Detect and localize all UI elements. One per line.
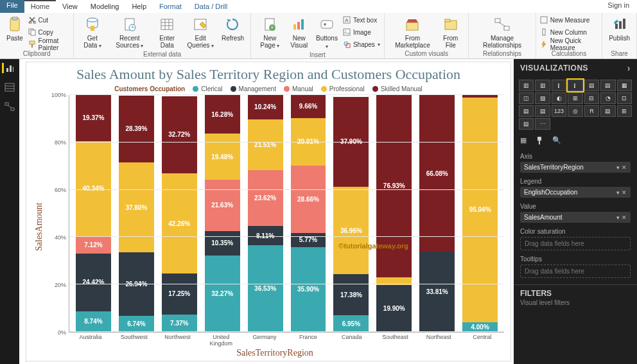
report-canvas[interactable]: Sales Amount by Sales Territory Region a… [19,59,514,364]
legend-field-pill[interactable]: EnglishOccupation▾ ✕ [520,187,631,198]
new-measure-button[interactable]: New Measure [540,14,598,26]
bar-southeast[interactable]: 19.90%76.93% [376,95,412,332]
cut-button[interactable]: Cut [28,14,70,26]
model-view-icon[interactable] [4,101,15,112]
text-box-button[interactable]: AText box [343,14,380,26]
bar-central[interactable]: 4.00%95.04% [462,95,498,332]
svg-rect-53 [539,141,540,144]
watermark: ©tutorialgateway.org [338,242,408,250]
menubar: File Home View Modeling Help Format Data… [0,0,637,13]
bar-france[interactable]: 35.90%5.77%28.66%20.01%9.66% [291,95,326,332]
color-saturation-drop[interactable]: Drag data fields here [520,237,631,250]
color-saturation-label: Color saturation [520,228,631,235]
paste-button[interactable]: Paste [4,14,26,43]
viz-type-6[interactable]: ▦ [617,80,632,91]
viz-type-4[interactable]: ▤ [584,80,599,91]
report-view-icon[interactable] [2,63,13,73]
viz-type-22[interactable]: ⋯ [535,118,550,130]
menu-datadrill[interactable]: Data / Drill [188,0,234,13]
legend-well-label: Legend [520,178,631,185]
format-tab-icon[interactable] [536,136,543,146]
new-visual-button[interactable]: New Visual [284,14,313,50]
fields-tab-icon[interactable]: ▦ [520,136,527,146]
ribbon: Paste Cut Copy Format Painter Clipboard … [0,13,637,59]
get-data-button[interactable]: Get Data [78,14,107,51]
svg-point-8 [87,18,98,22]
y-axis-label: SalesAmount [33,95,46,358]
svg-rect-28 [344,29,350,35]
analytics-tab-icon[interactable]: 🔍 [552,136,561,146]
edit-queries-button[interactable]: Edit Queries [182,14,219,51]
viz-type-19[interactable]: ▤ [600,105,615,117]
viz-type-2[interactable]: ⫿ [552,80,566,91]
from-file-button[interactable]: From File [437,14,464,50]
svg-rect-6 [30,41,35,44]
copy-button[interactable]: Copy [28,26,70,38]
refresh-button[interactable]: Refresh [219,14,247,43]
buttons-button[interactable]: Buttons [313,14,340,51]
filters-title: FILTERS [514,284,637,299]
viz-type-13[interactable]: ⊡ [617,92,632,104]
svg-rect-41 [619,21,622,29]
viz-type-18[interactable]: R [584,105,599,117]
menu-home[interactable]: Home [24,0,56,13]
axis-field-pill[interactable]: SalesTerritoryRegion▾ ✕ [520,162,631,173]
menu-modeling[interactable]: Modeling [84,0,126,13]
viz-type-11[interactable]: ⊟ [584,92,599,104]
visualization-picker[interactable]: ▥▥⫿⫿▤▤▦◫▧◐⊞⊟◔⊡▤▤123◎R▤⊞▤⋯ [514,77,637,132]
enter-data-button[interactable]: Enter Data [152,14,182,50]
viz-type-7[interactable]: ◫ [519,92,534,104]
from-marketplace-button[interactable]: From Marketplace [388,14,437,50]
menu-view[interactable]: View [56,0,84,13]
value-field-pill[interactable]: SalesAmount▾ ✕ [520,212,631,223]
viz-type-17[interactable]: ◎ [568,105,582,117]
collapse-panel-icon[interactable]: › [627,63,631,73]
recent-sources-button[interactable]: Recent Sources [107,14,152,51]
viz-type-0[interactable]: ▥ [519,80,534,91]
chart-visual[interactable]: Sales Amount by Sales Territory Region a… [26,62,511,361]
bar-germany[interactable]: 36.53%8.11%23.62%21.51%10.24% [248,95,283,332]
menu-help[interactable]: Help [125,0,153,13]
image-button[interactable]: Image [343,26,380,38]
viz-type-10[interactable]: ⊞ [568,92,582,104]
viz-type-8[interactable]: ▧ [535,92,550,104]
publish-button[interactable]: Publish [606,14,633,43]
group-clipboard: Clipboard [4,50,69,58]
bar-southwest[interactable]: 6.74%26.94%37.80%28.39% [119,95,154,332]
bar-australia[interactable]: 8.74%24.42%7.12%40.34%19.37% [76,95,111,332]
viz-type-1[interactable]: ▥ [535,80,550,91]
bar-northeast[interactable]: 33.81%66.08% [419,95,455,332]
bar-united-kingdom[interactable]: 32.27%10.35%21.63%19.48%16.28% [205,95,240,332]
menu-format[interactable]: Format [153,0,188,13]
bar-northwest[interactable]: 7.37%17.25%42.26%32.72% [162,95,197,332]
format-painter-button[interactable]: Format Painter [28,39,70,50]
viz-type-20[interactable]: ⊞ [617,105,632,117]
y-axis-ticks: 0%20%40%60%80%100% [46,95,69,333]
svg-rect-21 [293,24,296,30]
viz-type-3[interactable]: ⫿ [568,80,582,91]
svg-rect-40 [615,24,618,29]
manage-relationships-button[interactable]: Manage Relationships [473,14,531,50]
sign-in-link[interactable]: Sign in [600,0,637,13]
viz-type-14[interactable]: ▤ [519,105,534,117]
svg-text:+: + [271,24,274,31]
bar-canada[interactable]: 6.95%17.38%36.96%37.90% [333,95,369,332]
new-page-button[interactable]: +New Page [255,14,284,51]
tooltips-drop[interactable]: Drag data fields here [520,264,631,278]
menu-file[interactable]: File [0,0,24,13]
viz-type-16[interactable]: 123 [552,105,566,117]
viz-type-9[interactable]: ◐ [552,92,566,104]
svg-rect-1 [12,17,17,20]
shapes-button[interactable]: Shapes [343,39,380,50]
svg-rect-32 [406,22,418,30]
new-quick-measure-button[interactable]: New Quick Measure [540,39,598,50]
svg-rect-36 [504,26,509,30]
new-column-button[interactable]: New Column [540,26,598,38]
viz-type-5[interactable]: ▤ [600,80,615,91]
data-view-icon[interactable] [4,82,15,92]
svg-rect-23 [301,19,304,30]
viz-type-15[interactable]: ▤ [535,105,550,117]
viz-type-21[interactable]: ▤ [519,118,534,130]
viz-type-12[interactable]: ◔ [600,92,615,104]
svg-rect-7 [31,44,33,48]
